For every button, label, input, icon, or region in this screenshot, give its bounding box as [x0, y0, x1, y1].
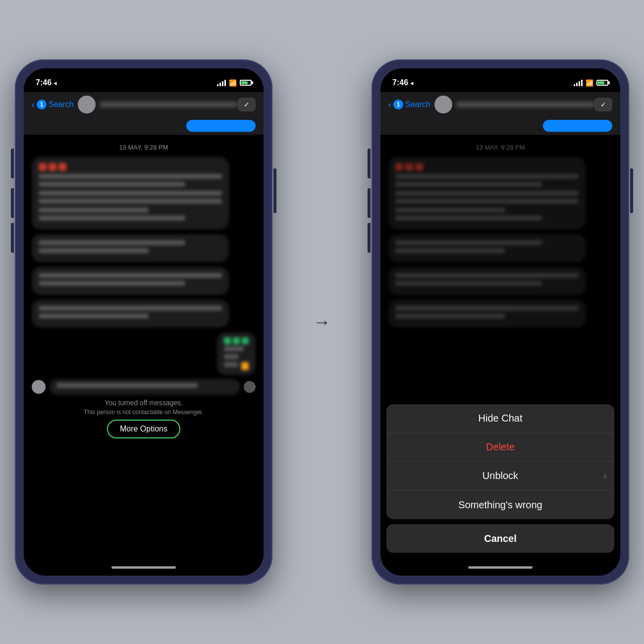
- chat-content-1: 13 MAY, 9:28 PM: [24, 135, 264, 559]
- wifi-icon-1: 📶: [229, 79, 237, 87]
- nav-back-count-1: 1: [37, 100, 47, 109]
- emoji-g1: [224, 337, 231, 344]
- right-emoji-row: [224, 337, 249, 344]
- date-label-1: 13 MAY, 9:28 PM: [32, 144, 256, 151]
- home-bar-2: [380, 559, 620, 576]
- unblock-label: Unblock: [483, 470, 518, 482]
- emoji-dot-r2: [49, 163, 56, 171]
- more-options-button[interactable]: More Options: [107, 420, 180, 438]
- check-icon-2: ✓: [600, 101, 606, 108]
- cancel-item[interactable]: Cancel: [386, 524, 614, 553]
- mini-avatar-right: [244, 381, 256, 393]
- location-icon-2: ◂: [410, 79, 414, 87]
- message-bubble-4: [32, 300, 229, 327]
- chevron-right-icon: ›: [604, 472, 606, 481]
- bottom-bubble: [50, 379, 240, 395]
- nav-bar-1: ‹ 1 Search ✓: [24, 92, 264, 117]
- action-group-main: Hide Chat Delete Unblock › Something's w…: [386, 404, 614, 519]
- blurred-line-3a: [39, 273, 222, 278]
- blurred-line-4a: [39, 306, 222, 311]
- wifi-icon-2: 📶: [586, 79, 593, 87]
- hide-chat-item[interactable]: Hide Chat: [386, 404, 614, 433]
- back-chevron-1: ‹: [32, 100, 35, 110]
- delete-item[interactable]: Delete: [386, 433, 614, 462]
- arrow-icon: →: [313, 312, 331, 332]
- status-icons-1: 📶: [217, 79, 252, 87]
- battery-fill-2: [598, 81, 604, 84]
- battery-icon-2: [596, 80, 608, 86]
- message-row-bottom: [32, 379, 256, 395]
- action-sheet-overlay: Hide Chat Delete Unblock › Something's w…: [380, 135, 620, 559]
- nav-back-label-2: Search: [405, 100, 430, 109]
- phone-screen-1: 7:46 ◂ 📶: [24, 68, 264, 576]
- hide-chat-label: Hide Chat: [479, 413, 523, 424]
- bottom-line-1: [56, 383, 198, 388]
- cancel-label: Cancel: [484, 533, 517, 544]
- back-chevron-2: ‹: [388, 100, 391, 110]
- right-bubble: [217, 332, 256, 375]
- blurred-line-1b: [39, 182, 185, 187]
- signal-bar-2: [219, 83, 221, 86]
- delete-label: Delete: [486, 441, 515, 453]
- signal-bar-3: [222, 81, 223, 86]
- message-bubble-2: [32, 234, 229, 262]
- message-bubble-1: [32, 157, 229, 229]
- emoji-dots-1: [39, 163, 222, 171]
- blue-banner-2: [380, 117, 620, 135]
- check-icon-1: ✓: [244, 101, 250, 108]
- mini-avatar-left: [32, 380, 46, 394]
- chat-content-2: 13 MAY, 9:28 PM: [380, 135, 620, 559]
- time-2: 7:46: [392, 78, 408, 87]
- something-wrong-label: Something's wrong: [458, 499, 542, 511]
- emoji-dot-r1: [39, 163, 47, 171]
- nav-back-2[interactable]: ‹ 1 Search: [388, 100, 430, 110]
- home-indicator-1: [111, 566, 176, 569]
- person-message-1: This person is not contactable on Messen…: [32, 409, 256, 416]
- phone-1: 7:46 ◂ 📶: [15, 59, 272, 585]
- notch-2: [463, 68, 537, 83]
- right-line-2: [224, 354, 239, 359]
- blurred-line-1a: [39, 174, 222, 179]
- blurred-line-1c: [39, 191, 222, 196]
- blurred-line-1f: [39, 215, 185, 220]
- signal-bar-1: [217, 84, 218, 86]
- nav-back-count-2: 1: [393, 100, 403, 109]
- blurred-line-4b: [39, 314, 149, 319]
- right-line-1: [224, 346, 244, 351]
- something-wrong-item[interactable]: Something's wrong: [386, 490, 614, 519]
- nav-name-1: [100, 102, 238, 107]
- blurred-line-3b: [39, 281, 185, 286]
- signal-bars-2: [574, 79, 583, 86]
- arrow-container: →: [302, 312, 342, 332]
- blurred-line-1d: [39, 199, 222, 204]
- emoji-g3: [242, 337, 249, 344]
- time-1: 7:46: [36, 78, 52, 87]
- emoji-dot-r3: [58, 163, 66, 171]
- status-message-1: You turned off messages.: [32, 399, 256, 407]
- notch-1: [107, 68, 181, 83]
- nav-bar-2: ‹ 1 Search ✓: [380, 92, 620, 117]
- right-emoji-gold-row: [224, 362, 249, 370]
- blue-banner-1: [24, 117, 264, 135]
- emoji-g2: [233, 337, 240, 344]
- nav-check-1[interactable]: ✓: [238, 98, 256, 111]
- unblock-item[interactable]: Unblock ›: [386, 462, 614, 490]
- status-icons-2: 📶: [574, 79, 608, 87]
- action-cancel-group: Cancel: [386, 524, 614, 553]
- signal-bar-4: [224, 80, 226, 86]
- nav-name-2: [456, 102, 594, 107]
- nav-back-1[interactable]: ‹ 1 Search: [32, 100, 74, 110]
- battery-icon-1: [240, 80, 252, 86]
- nav-check-2[interactable]: ✓: [594, 98, 612, 111]
- nav-avatar-1: [78, 96, 96, 113]
- location-icon-1: ◂: [54, 79, 57, 87]
- emoji-gold: [241, 362, 249, 370]
- nav-avatar-2: [434, 96, 452, 113]
- nav-back-label-1: Search: [49, 100, 74, 109]
- blue-pill-2: [543, 120, 612, 132]
- message-row-right: [32, 332, 256, 375]
- blue-pill-1: [186, 120, 256, 132]
- signal-bars-1: [217, 79, 226, 86]
- home-indicator-2: [468, 566, 533, 569]
- phone-2: 7:46 ◂ 📶: [372, 59, 629, 585]
